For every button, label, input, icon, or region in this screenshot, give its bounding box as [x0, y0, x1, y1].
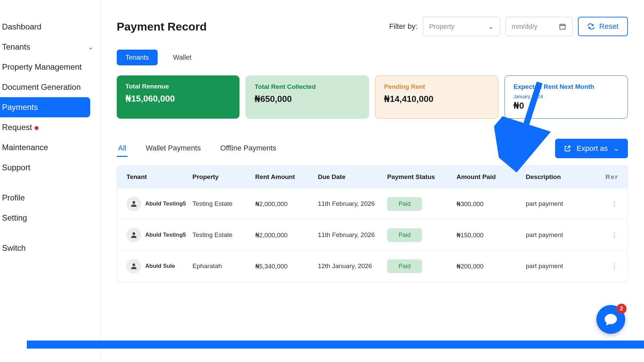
tenant-name: Abuld Sule	[145, 263, 175, 269]
td-rent: ₦5,340,000	[255, 262, 318, 270]
sidebar-item-tenants[interactable]: Tenants ⌄	[0, 37, 100, 57]
card-value: ₦0	[514, 101, 619, 111]
chat-badge: 2	[616, 304, 627, 314]
sidebar-item-label: Support	[2, 163, 30, 172]
row-actions-icon[interactable]: ⋮	[595, 231, 618, 239]
card-value: ₦15,060,000	[125, 94, 231, 104]
td-amount: ₦200,000	[457, 262, 526, 270]
date-placeholder: mm/dd/y	[512, 23, 538, 31]
sidebar-item-property-management[interactable]: Property Management	[0, 57, 100, 77]
th-description: Description	[526, 173, 595, 181]
row-actions-icon[interactable]: ⋮	[595, 200, 618, 208]
th-tenant: Tenant	[126, 173, 193, 181]
avatar-icon	[126, 228, 141, 242]
sidebar-item-label: Setting	[2, 213, 27, 223]
th-property: Property	[193, 173, 255, 181]
export-label: Export as	[577, 144, 608, 153]
subtab-all[interactable]: All	[117, 140, 127, 157]
sidebar-item-switch[interactable]: Switch	[0, 238, 100, 258]
chevron-down-icon: ⌄	[88, 43, 94, 51]
chat-icon	[603, 312, 618, 327]
card-value: ₦650,000	[255, 94, 360, 104]
sidebar: Dashboard Tenants ⌄ Property Management …	[0, 0, 101, 362]
select-placeholder: Property	[429, 23, 455, 31]
td-due: 11th February, 2026	[318, 231, 387, 239]
td-amount: ₦150,000	[457, 231, 526, 239]
sidebar-item-profile[interactable]: Profile	[0, 188, 100, 208]
sidebar-item-label: Request	[2, 123, 39, 132]
card-pending-rent: Pending Rent ₦14,410,000	[375, 75, 498, 119]
th-overflow: Rer	[595, 173, 618, 181]
sidebar-item-label: Property Management	[2, 62, 82, 72]
card-value: ₦14,410,000	[384, 94, 489, 104]
card-expected-rent: Expected Rent Next Month January, 2024 ₦…	[504, 75, 628, 119]
property-filter-select[interactable]: Property ⌄	[423, 17, 500, 36]
svg-rect-0	[559, 24, 565, 29]
card-title: Expected Rent Next Month	[514, 83, 619, 90]
chat-button[interactable]: 2	[596, 305, 625, 334]
td-property: Epharatah	[193, 262, 255, 270]
main-content: Payment Record Filter by: Property ⌄ mm/…	[101, 0, 644, 362]
subtab-offline-payments[interactable]: Offline Payments	[219, 140, 278, 157]
sidebar-item-dashboard[interactable]: Dashboard	[0, 17, 100, 37]
sidebar-item-support[interactable]: Support	[0, 158, 100, 178]
row-actions-icon[interactable]: ⋮	[595, 262, 618, 270]
date-filter-input[interactable]: mm/dd/y	[505, 17, 573, 36]
avatar-icon	[126, 196, 141, 211]
sidebar-item-label: Payments	[2, 103, 38, 112]
export-button[interactable]: Export as ⌄	[555, 139, 628, 158]
card-subtitle: January, 2024	[514, 94, 619, 99]
table-header: Tenant Property Rent Amount Due Date Pay…	[117, 166, 628, 188]
td-desc: part payment	[526, 200, 595, 207]
filter-label: Filter by:	[389, 22, 417, 31]
filter-group: Filter by: Property ⌄ mm/dd/y Reset	[389, 17, 628, 36]
sidebar-item-label: Document Generation	[2, 82, 81, 92]
sidebar-item-request[interactable]: Request	[0, 117, 100, 137]
secondary-tabs: All Wallet Payments Offline Payments	[117, 140, 278, 157]
sidebar-item-label: Dashboard	[2, 22, 41, 32]
sidebar-item-setting[interactable]: Setting	[0, 208, 100, 228]
tenant-name: Abuld Testing5	[145, 232, 186, 238]
notification-dot-icon	[35, 126, 39, 130]
primary-tabs: Tenants Wallet	[117, 50, 628, 65]
th-rent-amount: Rent Amount	[255, 173, 318, 181]
tab-tenants[interactable]: Tenants	[117, 50, 158, 65]
svg-point-1	[132, 201, 135, 204]
subtab-wallet-payments[interactable]: Wallet Payments	[144, 140, 202, 157]
table-row: Abuld Testing5 Testing Estate ₦2,000,000…	[117, 188, 628, 219]
sidebar-item-label: Switch	[2, 243, 26, 253]
summary-cards: Total Renenue ₦15,060,000 Total Rent Col…	[117, 75, 628, 119]
status-badge: Paid	[387, 197, 422, 211]
status-badge: Paid	[387, 259, 422, 273]
sidebar-item-document-generation[interactable]: Document Generation	[0, 77, 100, 97]
reset-button[interactable]: Reset	[578, 17, 628, 36]
th-payment-status: Payment Status	[387, 173, 457, 181]
td-property: Testing Estate	[193, 231, 255, 239]
tab-wallet[interactable]: Wallet	[164, 50, 200, 65]
td-rent: ₦2,000,000	[255, 231, 318, 239]
card-title: Total Rent Collected	[255, 83, 360, 90]
refresh-icon	[587, 23, 595, 30]
tenant-name: Abuld Testing5	[145, 200, 186, 207]
td-due: 11th February, 2026	[318, 200, 387, 207]
reset-label: Reset	[599, 22, 619, 31]
td-desc: part payment	[526, 231, 595, 239]
annotation-bar	[27, 341, 644, 349]
payments-table: Tenant Property Rent Amount Due Date Pay…	[117, 166, 628, 282]
sidebar-item-payments[interactable]: Payments	[0, 97, 90, 117]
th-due-date: Due Date	[318, 173, 387, 181]
td-due: 12th January, 2026	[318, 262, 387, 270]
table-row: Abuld Sule Epharatah ₦5,340,000 12th Jan…	[117, 250, 628, 282]
card-title: Total Renenue	[125, 83, 231, 90]
sidebar-item-label: Tenants	[2, 42, 30, 52]
td-amount: ₦300,000	[457, 200, 526, 208]
td-property: Testing Estate	[193, 200, 255, 207]
sidebar-item-maintenance[interactable]: Maintenance	[0, 137, 100, 158]
page-title: Payment Record	[117, 20, 207, 33]
chevron-down-icon: ⌄	[613, 144, 619, 153]
calendar-icon	[559, 23, 566, 30]
card-total-revenue: Total Renenue ₦15,060,000	[117, 75, 239, 119]
td-rent: ₦2,000,000	[255, 200, 318, 208]
card-title: Pending Rent	[384, 83, 489, 90]
th-amount-paid: Amount Paid	[457, 173, 526, 181]
